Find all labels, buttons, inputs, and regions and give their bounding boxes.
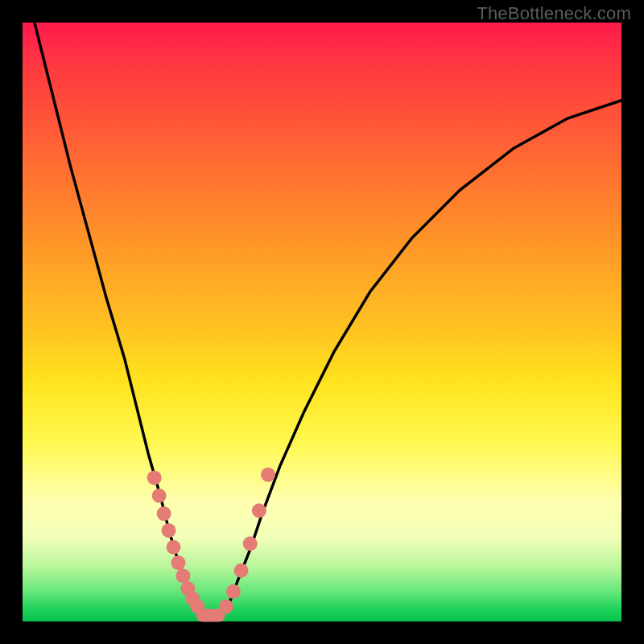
- left-highlight-dot: [157, 506, 171, 521]
- right-highlight-dot: [234, 564, 249, 578]
- left-highlight-dot: [166, 540, 180, 555]
- left-highlight-dot: [162, 523, 176, 538]
- right-highlight-dot: [219, 599, 233, 613]
- chart-stage: TheBottleneck.com: [0, 0, 644, 644]
- left-highlight-dot: [190, 599, 204, 613]
- right-highlight-dot: [261, 468, 275, 482]
- left-highlight-dot: [175, 568, 190, 583]
- right-highlight-dot: [226, 584, 241, 599]
- right-highlight-dot: [243, 536, 258, 551]
- curve-layer: [35, 23, 621, 616]
- left-highlight-dot: [171, 555, 185, 570]
- left-highlight-dot: [152, 489, 167, 503]
- left-highlight-dot: [147, 470, 162, 485]
- left-branch-curve: [35, 23, 202, 616]
- highlight-dot-layer: [147, 468, 275, 622]
- watermark-text: TheBottleneck.com: [477, 3, 631, 24]
- right-branch-curve: [221, 101, 621, 616]
- chart-overlay: [23, 23, 621, 621]
- right-highlight-dot: [252, 503, 266, 518]
